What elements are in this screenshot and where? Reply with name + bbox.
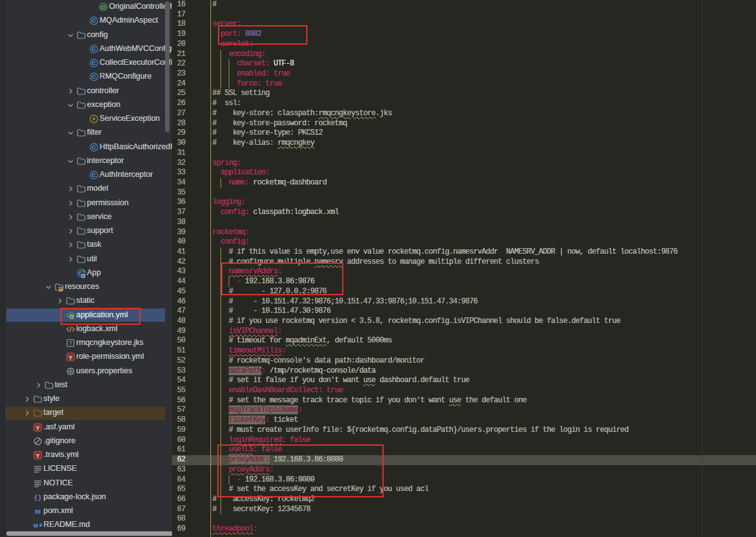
svg-text:Y: Y [36,452,40,459]
svg-text:@: @ [100,3,106,10]
svg-text:Y: Y [36,424,40,431]
svg-text:C: C [92,59,96,66]
svg-text:M: M [33,523,38,529]
svg-text:C: C [92,18,96,25]
svg-text:Y: Y [69,354,73,361]
svg-text:C: C [92,144,96,150]
svg-text:C: C [92,171,96,178]
svg-text:C: C [92,45,96,52]
svg-text:?: ? [69,340,72,346]
svg-text:m: m [35,507,40,516]
svg-text:{ }: { } [35,494,42,501]
svg-text:C: C [92,74,96,81]
